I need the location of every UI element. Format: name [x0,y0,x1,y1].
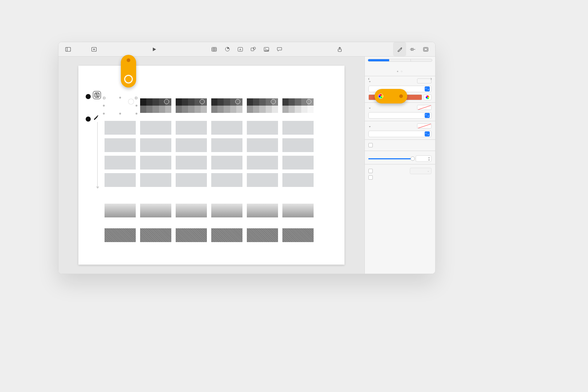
stepper-icon[interactable]: ▲▼ [427,156,431,161]
color-wheel-button[interactable] [424,94,432,100]
eyedropper-icon [93,114,99,122]
opacity-stepper[interactable]: ▲▼ [416,155,432,162]
palette-gray-5[interactable] [282,98,314,113]
slide [78,66,344,265]
toolbar: A [58,42,435,57]
animate-icon [410,46,416,52]
palette-gray-4[interactable] [247,98,278,113]
share-icon [338,46,342,52]
tab-text[interactable] [389,59,411,61]
dropdown-icon: ⌃⌄ [425,131,430,136]
format-icon [397,46,402,52]
sidebar-icon [65,46,71,52]
media-button[interactable] [260,42,273,56]
border-dropdown[interactable]: ⌃⌄ [368,112,432,119]
circle-icon [164,99,169,104]
svg-point-16 [265,48,266,49]
shape-icon [251,46,256,52]
image-grid [105,228,314,242]
comment-button[interactable] [273,42,286,56]
svg-rect-19 [424,48,427,50]
svg-text:A: A [239,48,241,51]
slide-canvas[interactable] [58,57,364,274]
table-button[interactable] [208,42,221,56]
text-icon: A [238,46,243,52]
title-checkbox[interactable] [368,169,373,173]
svg-rect-0 [65,47,70,51]
animate-button[interactable] [406,42,419,56]
tab-style[interactable] [368,59,389,61]
gradient-grid [105,204,314,217]
view-button[interactable] [61,42,74,56]
selection-handles[interactable] [104,98,136,114]
reflection-checkbox[interactable] [368,143,373,147]
circle-icon [271,99,276,104]
play-button[interactable] [148,42,161,56]
dropdown-icon: ⌃⌄ [425,113,430,118]
title-caption-section: ⌄ [365,164,435,183]
chevron-down-icon[interactable]: ⌄ [368,106,371,109]
format-tabs [368,59,432,62]
zoom-dropdown[interactable] [74,42,87,56]
annotation-highlight-2 [375,89,407,103]
format-button[interactable] [393,42,406,56]
opacity-slider[interactable] [368,158,413,159]
chart-button[interactable] [221,42,234,56]
share-button[interactable] [333,42,346,56]
circle-icon [200,99,205,104]
shape-styles: ‹ › ● ○ [365,63,435,76]
text-button[interactable]: A [234,42,247,56]
plus-icon [91,46,97,52]
tab-arrange[interactable] [411,59,432,61]
color-grid [105,121,314,187]
palette-row [105,98,314,113]
table-icon [212,46,217,52]
reflection-section [365,139,435,151]
app-window: A [58,42,436,274]
circle-icon [306,99,311,104]
circle-icon [235,99,240,104]
shadow-dropdown[interactable]: ⌃⌄ [368,131,432,137]
document-button[interactable] [419,42,432,56]
chevron-down-icon[interactable]: ⌄ [368,79,371,83]
palette-selected[interactable] [105,98,136,113]
arrow-down-icon [97,122,98,187]
annotation-step-1 [86,94,91,99]
chart-icon [225,46,230,52]
color-wheel-icon [378,94,383,99]
svg-rect-18 [424,47,428,51]
media-icon [264,46,269,52]
fill-swatch[interactable] [417,78,432,83]
annotation-highlight-1 [121,55,136,87]
play-icon [152,46,156,52]
shadow-swatch-none[interactable] [417,123,432,128]
shadow-section: ⌄ ⌃⌄ [365,121,435,139]
palette-gray-3[interactable] [211,98,242,113]
document-icon [423,46,428,52]
shape-button[interactable] [247,42,260,56]
add-slide-button[interactable] [87,42,101,56]
svg-point-14 [253,47,256,49]
palette-gray-1[interactable] [140,98,171,113]
border-swatch-none[interactable] [417,105,432,110]
comment-icon [277,46,282,52]
opacity-section: ▲▼ [365,151,435,164]
svg-rect-20 [95,93,99,97]
title-position-dropdown[interactable]: ⌄ [410,168,432,174]
page-dots: ● ○ [368,70,432,73]
caption-checkbox[interactable] [368,175,373,180]
swap-palette-icon [93,91,101,99]
annotation-step-2 [86,117,91,122]
dropdown-icon: ⌄ [427,170,429,172]
chevron-down-icon[interactable]: ⌄ [368,124,371,128]
palette-gray-2[interactable] [176,98,207,113]
dropdown-icon: ⌃⌄ [425,86,430,91]
border-section: ⌄ ⌃⌄ [365,102,435,121]
svg-rect-5 [212,47,217,51]
